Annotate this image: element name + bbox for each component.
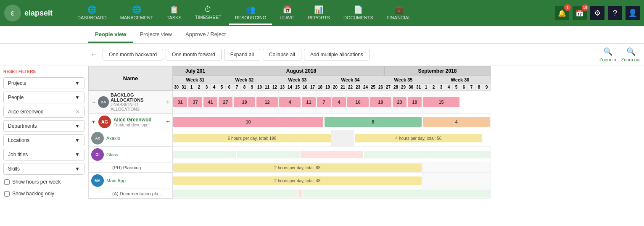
main-app-alloc: 2 hours per day, total: 48 (173, 176, 422, 185)
glass-name-container: Gl Glass (91, 148, 170, 161)
chevron-down-icon: ▼ (75, 95, 80, 100)
tab-people-view[interactable]: People view (88, 27, 133, 43)
add-multiple-allocations-button[interactable]: Add multiple allocations (304, 49, 370, 60)
day-18: 18 (317, 84, 324, 91)
documentation-row: (A) Documentation pla... (89, 189, 491, 199)
alice-bar-green: 8 (324, 114, 422, 130)
day-9b: 9 (483, 84, 491, 91)
dashboard-icon: 🌐 (87, 5, 97, 14)
backlog-bar-8: 11 (301, 91, 317, 114)
nav-tasks[interactable]: 📋 TASKS (161, 2, 187, 25)
notifications-button[interactable]: 🔔 5 (555, 6, 569, 20)
back-arrow-button[interactable]: ← (88, 49, 100, 60)
alice-greenwod-tag[interactable]: Alice Greenwod ✕ (3, 106, 84, 118)
backlog-alloc-value-4: 27 (219, 97, 232, 107)
nav-documents[interactable]: 📄 DOCUMENTS (338, 2, 379, 25)
day-16: 16 (301, 84, 309, 91)
calendar-area[interactable]: Name July 201 August 2018 September 2018… (88, 66, 644, 226)
nav-reports[interactable]: 📊 REPORTS (302, 2, 336, 25)
glass-link[interactable]: Glass (106, 152, 118, 157)
one-month-backward-button[interactable]: One month backward (103, 49, 163, 60)
alice-bar-orange: 4 (422, 114, 491, 130)
backlog-alloc-value-2: 37 (188, 97, 202, 107)
nav-dashboard[interactable]: 🌐 DASHBOARD (71, 2, 113, 25)
expand-all-button[interactable]: Expand all (224, 49, 260, 60)
add-backlog-allocation-button[interactable]: + (166, 98, 170, 106)
people-filter[interactable]: People ▼ (3, 92, 84, 103)
help-button[interactable]: ? (608, 6, 622, 20)
axaxio-alloc-1: 6 hours per day, total: 198 (173, 134, 331, 142)
main-app-link[interactable]: Main App (106, 178, 126, 183)
day-6: 6 (226, 84, 233, 91)
calendar-button[interactable]: 📅 16 (573, 6, 587, 20)
backlog-bar-15: 15 (422, 91, 460, 114)
nav-financial[interactable]: 💼 FINANCIAL (381, 2, 417, 25)
day-31: 31 (180, 84, 188, 91)
financial-icon: 💼 (394, 5, 404, 14)
zoom-area: 🔍 Zoom in 🔍 Zoom out (599, 47, 641, 62)
backlog-alloc-value-15: 15 (423, 97, 459, 107)
skills-filter[interactable]: Skills ▼ (3, 163, 84, 175)
zoom-out-button[interactable]: 🔍 Zoom out (621, 47, 641, 62)
glass-avatar: Gl (91, 148, 104, 161)
main-app-name-cell: MA Main App (89, 173, 173, 189)
tab-projects-view[interactable]: Projects view (133, 27, 179, 43)
week-31: Week 31 (173, 76, 218, 84)
nav-management[interactable]: 🌐 MANAGEMENT (114, 2, 159, 25)
day-24: 24 (362, 84, 370, 91)
alice-name: Alice Greenwod (113, 117, 152, 123)
documentation-empty (173, 189, 491, 199)
ph-planning-label: (PH) Planning (91, 165, 141, 170)
day-10: 10 (256, 84, 264, 91)
settings-button[interactable]: ⚙ (590, 6, 604, 20)
day-6b: 6 (460, 84, 468, 91)
day-15: 15 (294, 84, 301, 91)
day-22: 22 (347, 84, 354, 91)
backlog-bar-9: 7 (317, 91, 332, 114)
top-navigation: ε elapseit 🌐 DASHBOARD 🌐 MANAGEMENT 📋 TA… (0, 0, 644, 26)
nav-timesheet[interactable]: ⏱ TIMESHEET (189, 2, 227, 25)
glass-row: Gl Glass (89, 147, 491, 163)
add-person-allocation-button[interactable]: + (166, 118, 170, 126)
alice-bar-pink: 10 (173, 114, 324, 130)
logo-icon: ε (4, 5, 21, 21)
day-13: 13 (279, 84, 286, 91)
nav-resourcing[interactable]: 👥 RESOURCING (229, 2, 272, 25)
sidebar: RESET FILTERS Projects ▼ People ▼ Alice … (0, 66, 88, 226)
chevron-down-icon: ▼ (75, 80, 80, 86)
axaxio-row: Ax Axaxio 6 hours per day, total: 198 4 … (89, 130, 491, 147)
zoom-in-button[interactable]: 🔍 Zoom in (599, 47, 616, 62)
day-23: 23 (354, 84, 362, 91)
axaxio-link[interactable]: Axaxio (106, 136, 120, 141)
reset-filters-button[interactable]: RESET FILTERS (3, 69, 84, 74)
departments-filter[interactable]: Departments ▼ (3, 120, 84, 132)
day-3: 3 (203, 84, 211, 91)
show-hours-per-week-checkbox[interactable]: Show hours per week (3, 177, 84, 187)
day-12: 12 (271, 84, 279, 91)
leave-icon: 📅 (282, 5, 292, 14)
chevron-down-icon: ▼ (75, 152, 80, 158)
day-4b: 4 (445, 84, 453, 91)
projects-filter[interactable]: Projects ▼ (3, 77, 84, 89)
one-month-forward-button[interactable]: One month forward (166, 49, 222, 60)
backlog-alloc-value-1: 31 (173, 97, 187, 107)
week-36: Week 36 (430, 76, 491, 84)
nav-leave[interactable]: 📅 LEAVE (274, 2, 300, 25)
remove-tag-icon[interactable]: ✕ (76, 109, 80, 115)
day-2: 2 (195, 84, 203, 91)
tab-approve-reject[interactable]: Approve / Reject (179, 27, 232, 43)
profile-button[interactable]: 👤 (626, 6, 640, 20)
backlog-bar-14: 19 (407, 91, 422, 114)
day-8: 8 (241, 84, 248, 91)
alice-title: Frontend developer (113, 123, 152, 127)
locations-filter[interactable]: Locations ▼ (3, 134, 84, 146)
day-17: 17 (309, 84, 317, 91)
collapse-all-button[interactable]: Collapse all (263, 49, 301, 60)
job-titles-filter[interactable]: Job titles ▼ (3, 149, 84, 160)
arrow-right-icon: → (91, 99, 96, 105)
axaxio-alloc-2: 4 hours per day, total: 56 (355, 134, 482, 142)
month-july: July 201 (173, 66, 218, 76)
show-backlog-only-checkbox[interactable]: Show backlog only (3, 189, 84, 198)
alice-info: Alice Greenwod Frontend developer (113, 117, 152, 127)
week-32: Week 32 (218, 76, 271, 84)
